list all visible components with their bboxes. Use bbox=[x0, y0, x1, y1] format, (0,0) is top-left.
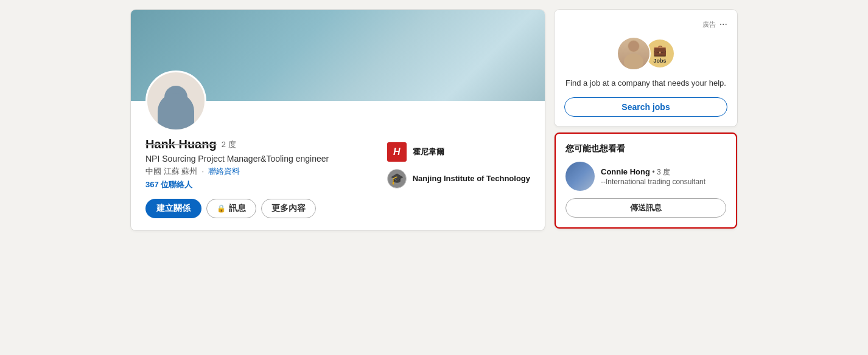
profile-title: NPI Sourcing Project Manager&Tooling eng… bbox=[145, 154, 387, 164]
avatar-wrapper bbox=[145, 71, 206, 131]
suggest-avatar-inner bbox=[565, 162, 595, 191]
ad-header: 廣告 ··· bbox=[564, 19, 727, 29]
suggest-avatar[interactable] bbox=[565, 162, 595, 191]
ad-label: 廣告 bbox=[702, 20, 716, 29]
ad-person-inner bbox=[618, 38, 649, 69]
ad-card: 廣告 ··· 💼 Jobs Find a job at a company th bbox=[555, 10, 737, 126]
contact-link[interactable]: 聯絡資料 bbox=[208, 167, 240, 176]
suggest-role: --International trading consultant bbox=[601, 178, 726, 186]
ad-menu-dots[interactable]: ··· bbox=[719, 19, 727, 29]
send-message-button[interactable]: 傳送訊息 bbox=[565, 198, 726, 218]
suggest-person: Connie Hong • 3 度 --International tradin… bbox=[565, 162, 726, 191]
suggest-name: Connie Hong • 3 度 bbox=[601, 167, 726, 178]
honeywell-name: 霍尼韋爾 bbox=[413, 147, 444, 157]
ad-person-avatar bbox=[617, 36, 651, 71]
lock-icon: 🔒 bbox=[217, 204, 226, 213]
search-jobs-button[interactable]: Search jobs bbox=[564, 97, 727, 117]
nanjing-logo: 🎓 bbox=[387, 169, 407, 188]
company-honeywell[interactable]: H 霍尼韋爾 bbox=[387, 142, 530, 162]
profile-actions: 建立關係 🔒 訊息 更多內容 bbox=[145, 199, 387, 218]
more-button[interactable]: 更多內容 bbox=[261, 199, 316, 218]
suggestions-title: 您可能也想看看 bbox=[565, 143, 726, 154]
avatar bbox=[145, 71, 206, 131]
profile-connections[interactable]: 367 位聯絡人 bbox=[145, 179, 387, 190]
suggest-degree: • 3 度 bbox=[653, 168, 671, 176]
profile-left: Hank Huang 2 度 NPI Sourcing Project Mana… bbox=[145, 137, 387, 218]
message-button[interactable]: 🔒 訊息 bbox=[206, 199, 256, 218]
svg-point-1 bbox=[624, 53, 643, 71]
honeywell-logo: H bbox=[387, 142, 407, 162]
suggestions-card: 您可能也想看看 Connie Hong • 3 度 --Internationa… bbox=[555, 133, 737, 229]
profile-banner bbox=[131, 10, 545, 101]
connect-button[interactable]: 建立關係 bbox=[145, 199, 201, 218]
nanjing-name: Nanjing Institute of Technology bbox=[413, 174, 530, 184]
briefcase-icon: 💼 bbox=[653, 44, 667, 57]
degree-badge: 2 度 bbox=[222, 139, 236, 150]
ad-avatars: 💼 Jobs bbox=[564, 36, 727, 71]
profile-companies: H 霍尼韋爾 🎓 Nanjing Institute of Technology bbox=[387, 137, 530, 218]
profile-name-row: Hank Huang 2 度 bbox=[145, 137, 387, 151]
svg-point-2 bbox=[628, 41, 639, 52]
ad-description: Find a job at a company that needs your … bbox=[564, 78, 727, 89]
sidebar: 廣告 ··· 💼 Jobs Find a job at a company th bbox=[555, 10, 737, 229]
avatar-body bbox=[158, 93, 194, 129]
profile-name: Hank Huang bbox=[145, 137, 217, 151]
profile-location: 中國 江蘇 蘇州 · 聯絡資料 bbox=[145, 166, 387, 177]
suggest-info: Connie Hong • 3 度 --International tradin… bbox=[601, 167, 726, 186]
profile-card: Hank Huang 2 度 NPI Sourcing Project Mana… bbox=[131, 10, 545, 230]
company-nanjing[interactable]: 🎓 Nanjing Institute of Technology bbox=[387, 169, 530, 188]
person-silhouette-icon bbox=[621, 36, 646, 71]
